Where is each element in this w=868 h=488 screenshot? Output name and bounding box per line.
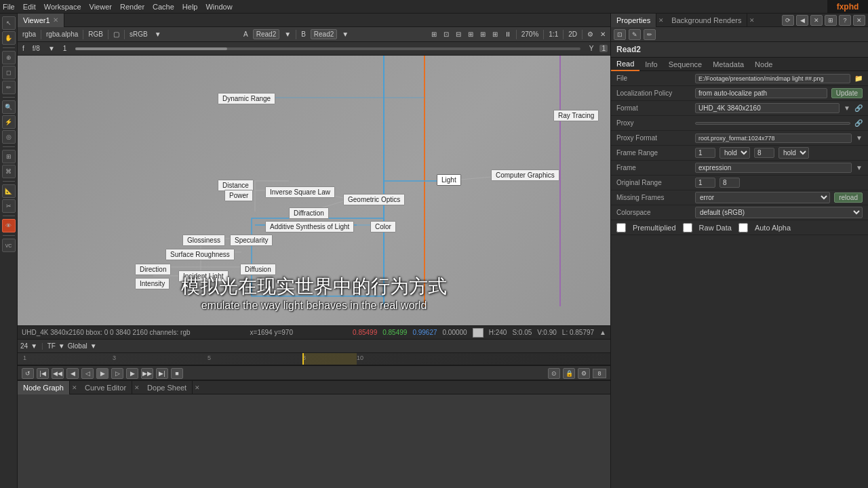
tool-vcg[interactable]: VC <box>2 239 16 252</box>
prop-proxyformat-arrow[interactable]: ▼ <box>856 134 863 142</box>
menu-workspace[interactable]: Workspace <box>44 3 81 11</box>
tool-select[interactable]: ↖ <box>2 16 16 30</box>
prop-update-btn[interactable]: Update <box>831 88 863 98</box>
trans-play[interactable]: ▶ <box>96 368 108 379</box>
prop-format-value[interactable]: UHD_4K 3840x2160 <box>695 103 840 113</box>
prop-proxy-value[interactable] <box>695 122 850 125</box>
ng-tab-ng-close[interactable]: ✕ <box>70 384 79 391</box>
menu-file[interactable]: File <box>3 3 15 11</box>
trans-loop[interactable]: ↺ <box>22 368 34 379</box>
vt-colorspace[interactable]: sRGB <box>127 30 150 38</box>
tool-cmd[interactable]: ⌘ <box>2 165 16 178</box>
vt-close[interactable]: ✕ <box>598 30 608 38</box>
prop-colorspace-value[interactable]: default (sRGB) <box>695 207 863 218</box>
viewer-icon[interactable]: 👁 <box>2 219 16 232</box>
pst-node[interactable]: Node <box>749 58 778 71</box>
prop-origrange-end[interactable] <box>719 178 740 188</box>
prop-file-value[interactable]: E:/Footage/presentation/mindmap light ##… <box>695 74 850 83</box>
rp-icon-2[interactable]: ◀ <box>796 15 808 26</box>
ng-tab-dopesheet[interactable]: Dope Sheet <box>142 381 193 394</box>
trans-lock[interactable]: 🔒 <box>563 368 575 379</box>
pst-sequence[interactable]: Sequence <box>663 58 708 71</box>
prop-localization-value[interactable]: from auto-localize path <box>695 88 827 98</box>
menu-help[interactable]: Help <box>182 3 198 11</box>
cb-1[interactable]: 1 <box>599 45 608 52</box>
tl-fps[interactable]: 24 <box>20 342 28 350</box>
trans-settings2[interactable]: ⚙ <box>578 368 590 379</box>
pt-icon-2[interactable]: ✎ <box>629 29 641 40</box>
menu-render[interactable]: Render <box>120 3 144 11</box>
vt-zoom[interactable]: 270% <box>519 30 541 38</box>
cb-exposure[interactable]: f/8 <box>31 45 42 52</box>
cb-arrow[interactable]: ▼ <box>46 45 57 52</box>
vt-read-b[interactable]: Read2 <box>311 29 337 39</box>
rp-icon-5[interactable]: ? <box>839 15 851 26</box>
tool-pan[interactable]: ✋ <box>2 31 16 45</box>
trans-step-back[interactable]: ◁ <box>81 368 94 379</box>
rt-tab-properties[interactable]: Properties <box>611 14 656 27</box>
tool-grid[interactable]: ⊞ <box>2 150 16 163</box>
rp-icon-6[interactable]: ✕ <box>853 15 865 26</box>
pt-icon-1[interactable]: ⊡ <box>614 29 626 40</box>
tl-fps-arrow[interactable]: ▼ <box>31 342 37 350</box>
trans-back[interactable]: ◀◀ <box>52 368 64 379</box>
prop-missing-value[interactable]: error <box>695 192 830 203</box>
prop-frame-value[interactable]: expression <box>695 163 852 173</box>
cb-gamma-val[interactable]: Y <box>587 45 596 52</box>
rt-close-bg[interactable]: ✕ <box>747 17 757 24</box>
vt-ratio[interactable]: 1:1 <box>547 30 560 38</box>
timeline-ruler[interactable]: 1 3 5 8 10 <box>18 353 610 365</box>
pst-metadata[interactable]: Metadata <box>707 58 749 71</box>
prop-rawdata-cb[interactable] <box>683 223 692 232</box>
pt-icon-3[interactable]: ✏ <box>644 29 656 40</box>
tl-global-arrow[interactable]: ▼ <box>90 342 97 350</box>
tool-magnify[interactable]: 🔍 <box>2 100 16 114</box>
tool-crop[interactable]: ✂ <box>2 199 16 213</box>
prop-premult-cb[interactable] <box>616 223 626 232</box>
pst-read[interactable]: Read <box>611 58 639 71</box>
vt-settings[interactable]: ⚙ <box>585 30 595 38</box>
vt-if-flag[interactable]: ▢ <box>111 30 121 38</box>
rp-icon-4[interactable]: ⊞ <box>825 15 837 26</box>
rt-close-props[interactable]: ✕ <box>656 17 666 24</box>
prop-hold1[interactable]: hold <box>719 147 750 159</box>
tool-zoom[interactable]: ⊕ <box>2 51 16 64</box>
prop-framerange-start[interactable] <box>695 148 715 158</box>
prop-hold2[interactable]: hold <box>778 147 809 159</box>
ng-tab-nodegraph[interactable]: Node Graph <box>18 381 70 394</box>
trans-next[interactable]: ▶ <box>126 368 138 379</box>
vt-icon-grid[interactable]: ⊞ <box>466 30 475 38</box>
vt-icon-wipe[interactable]: ⊞ <box>490 30 500 38</box>
tool-pen[interactable]: ✏ <box>2 81 16 94</box>
tl-tf-arrow[interactable]: ▼ <box>58 342 65 350</box>
trans-fwd[interactable]: ▶▶ <box>141 368 153 379</box>
vt-icon-mask[interactable]: ⊞ <box>478 30 488 38</box>
prop-frame-arrow[interactable]: ▼ <box>856 164 863 171</box>
menu-viewer[interactable]: Viewer <box>90 3 112 11</box>
prop-proxyformat-value[interactable]: root.proxy_format:1024x778 <box>695 134 852 143</box>
vt-channel-alpha[interactable]: rgba.alpha <box>44 30 80 38</box>
trans-prev[interactable]: ◀ <box>66 368 79 379</box>
prop-format-arrow[interactable]: ▼ <box>844 104 850 112</box>
tool-ruler[interactable]: 📐 <box>2 184 16 198</box>
trans-record[interactable]: ⊙ <box>548 368 560 379</box>
prop-proxy-link[interactable]: 🔗 <box>854 119 863 127</box>
tool-circle[interactable]: ◎ <box>2 130 16 144</box>
viewer-tab-close[interactable]: ✕ <box>53 16 58 24</box>
vt-arrow-a[interactable]: ▼ <box>282 30 293 38</box>
vs-expand[interactable]: ▲ <box>599 329 606 336</box>
prop-format-link[interactable]: 🔗 <box>854 104 863 112</box>
vt-icon-center[interactable]: ⊡ <box>441 30 451 38</box>
prop-file-browse[interactable]: 📁 <box>854 75 863 82</box>
vt-icon-pause[interactable]: ⏸ <box>502 30 513 38</box>
prop-autoalpha-cb[interactable] <box>738 223 748 232</box>
rt-tab-bgrenders[interactable]: Background Renders <box>666 14 747 27</box>
nodegraph-canvas[interactable] <box>18 394 610 488</box>
vt-mode[interactable]: 2D <box>566 30 579 38</box>
vt-arrow-b[interactable]: ▼ <box>340 30 351 38</box>
pst-info[interactable]: Info <box>639 58 663 71</box>
tool-lightning[interactable]: ⚡ <box>2 115 16 129</box>
prop-reload-btn[interactable]: reload <box>834 192 863 203</box>
ng-tab-curveeditor[interactable]: Curve Editor <box>79 381 132 394</box>
menu-cache[interactable]: Cache <box>153 3 174 11</box>
